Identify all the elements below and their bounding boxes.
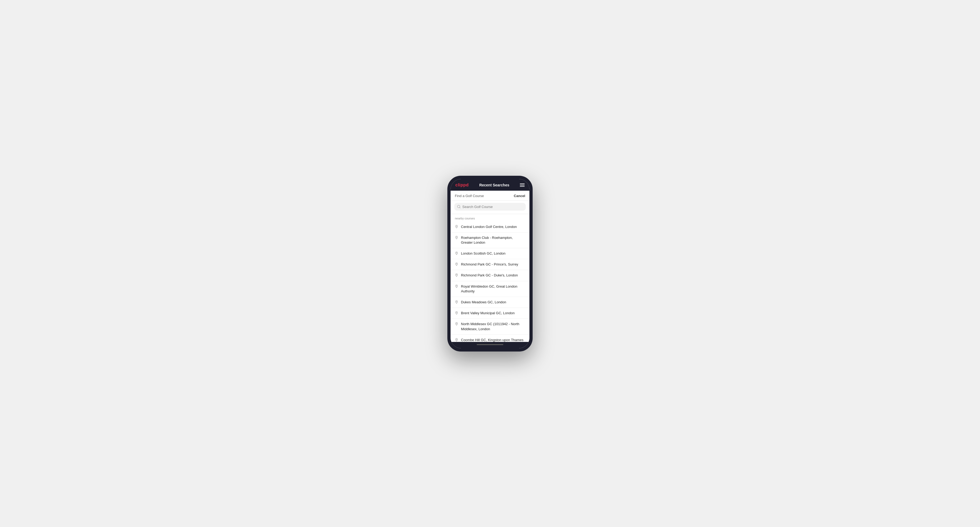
- course-name: Dukes Meadows GC, London: [461, 300, 506, 305]
- course-list: Central London Golf Centre, London Roeha…: [450, 222, 530, 342]
- course-list-item[interactable]: London Scottish GC, London: [450, 248, 530, 259]
- content-area: Find a Golf Course Cancel Nearby courses: [450, 190, 530, 342]
- search-input[interactable]: [462, 205, 523, 209]
- svg-point-10: [456, 323, 457, 324]
- course-list-item[interactable]: Brent Valley Municipal GC, London: [450, 308, 530, 319]
- svg-point-2: [456, 225, 457, 226]
- course-name: Central London Golf Centre, London: [461, 224, 517, 229]
- svg-point-7: [456, 286, 457, 286]
- pin-icon: [455, 236, 458, 240]
- course-name: North Middlesex GC (1011942 - North Midd…: [461, 322, 525, 331]
- pin-icon: [455, 273, 458, 278]
- course-name: Coombe Hill GC, Kingston upon Thames: [461, 338, 523, 342]
- search-input-wrapper: [454, 203, 526, 211]
- course-name: Roehampton Club - Roehampton, Greater Lo…: [461, 235, 525, 245]
- course-list-item[interactable]: Royal Wimbledon GC, Great London Authori…: [450, 281, 530, 297]
- course-list-item[interactable]: Central London Golf Centre, London: [450, 222, 530, 232]
- course-list-item[interactable]: North Middlesex GC (1011942 - North Midd…: [450, 319, 530, 335]
- search-container: [450, 201, 530, 214]
- course-list-item[interactable]: Dukes Meadows GC, London: [450, 297, 530, 308]
- svg-point-11: [456, 339, 457, 340]
- pin-icon: [455, 225, 458, 229]
- course-name: London Scottish GC, London: [461, 251, 506, 256]
- app-logo: clippd: [455, 183, 469, 187]
- course-list-item[interactable]: Richmond Park GC - Duke's, London: [450, 270, 530, 281]
- phone-screen: clippd Recent Searches Find a Golf Cours…: [450, 179, 530, 348]
- app-header: clippd Recent Searches: [450, 179, 530, 190]
- course-list-item[interactable]: Coombe Hill GC, Kingston upon Thames: [450, 335, 530, 342]
- svg-point-6: [456, 274, 457, 275]
- pin-icon: [455, 338, 458, 342]
- find-label: Find a Golf Course: [455, 194, 484, 198]
- svg-point-3: [456, 237, 457, 238]
- pin-icon: [455, 300, 458, 305]
- nearby-label: Nearby courses: [450, 214, 530, 222]
- svg-line-1: [460, 208, 460, 208]
- phone-frame: clippd Recent Searches Find a Golf Cours…: [447, 176, 533, 351]
- svg-point-9: [456, 312, 457, 313]
- svg-point-5: [456, 264, 457, 264]
- svg-point-4: [456, 252, 457, 253]
- course-name: Royal Wimbledon GC, Great London Authori…: [461, 284, 525, 294]
- pin-icon: [455, 322, 458, 326]
- course-name: Richmond Park GC - Duke's, London: [461, 273, 518, 278]
- menu-button[interactable]: [520, 184, 525, 187]
- pin-icon: [455, 284, 458, 289]
- course-list-item[interactable]: Roehampton Club - Roehampton, Greater Lo…: [450, 232, 530, 248]
- pin-icon: [455, 251, 458, 256]
- svg-point-8: [456, 301, 457, 302]
- home-indicator: [450, 342, 530, 348]
- cancel-button[interactable]: Cancel: [514, 194, 525, 198]
- nearby-section: Nearby courses Central London Golf Centr…: [450, 214, 530, 342]
- search-icon: [457, 205, 461, 208]
- find-header: Find a Golf Course Cancel: [450, 190, 530, 201]
- course-name: Richmond Park GC - Prince's, Surrey: [461, 262, 518, 267]
- home-bar: [477, 344, 503, 345]
- pin-icon: [455, 262, 458, 267]
- course-list-item[interactable]: Richmond Park GC - Prince's, Surrey: [450, 259, 530, 270]
- course-name: Brent Valley Municipal GC, London: [461, 311, 514, 316]
- app-header-title: Recent Searches: [479, 183, 509, 187]
- pin-icon: [455, 311, 458, 315]
